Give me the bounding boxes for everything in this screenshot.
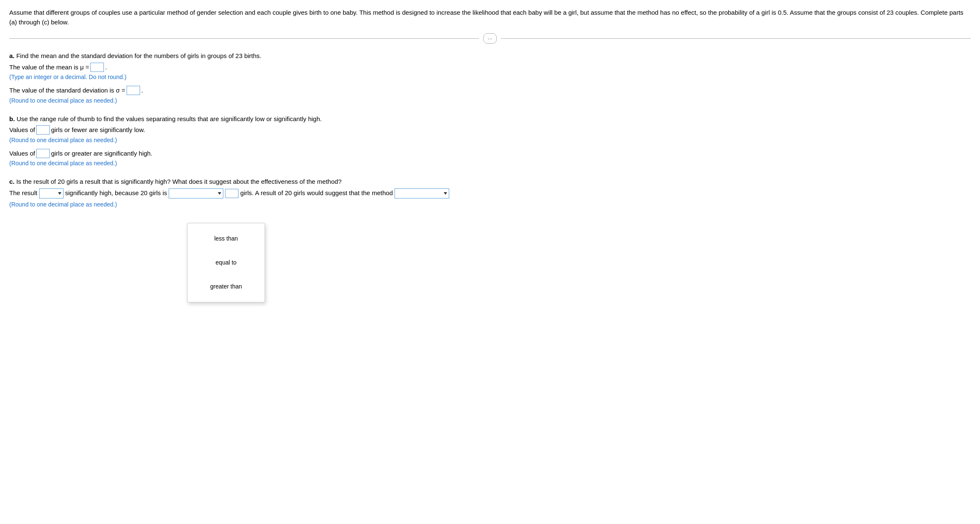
comparison-value-input[interactable] <box>225 189 238 198</box>
part-c-label: c. <box>9 178 15 185</box>
divider-dots: ··· <box>483 33 497 44</box>
section-a: a. Find the mean and the standard deviat… <box>9 51 971 105</box>
low-hint: (Round to one decimal place as needed.) <box>9 136 971 145</box>
divider-line-left <box>9 38 479 39</box>
mean-input[interactable] <box>90 63 104 72</box>
part-b-question-text: Use the range rule of thumb to find the … <box>17 115 322 122</box>
method-select[interactable]: is effective is not effective <box>395 188 449 198</box>
part-a-question-text: Find the mean and the standard deviation… <box>16 52 262 59</box>
girls-suffix: girls. A result of 20 girls would sugges… <box>240 188 393 198</box>
low-input[interactable] <box>36 125 50 135</box>
high-suffix: girls or greater are significantly high. <box>51 149 152 159</box>
sd-input[interactable] <box>127 86 140 95</box>
part-a-question: a. Find the mean and the standard deviat… <box>9 51 971 61</box>
result-select[interactable]: is is not <box>39 188 64 198</box>
significantly-high-middle: significantly high, because 20 girls is <box>65 188 167 198</box>
sd-line-text: The value of the standard deviation is σ… <box>9 86 125 95</box>
high-hint: (Round to one decimal place as needed.) <box>9 159 971 168</box>
low-prefix: Values of <box>9 125 35 135</box>
part-c-question-text: Is the result of 20 girls a result that … <box>16 178 342 185</box>
part-a-label: a. <box>9 52 15 59</box>
sd-period: . <box>141 86 143 95</box>
high-answer-line: Values of girls or greater are significa… <box>9 149 971 159</box>
part-c-answer-line: The result is is not significantly high,… <box>9 188 971 198</box>
low-suffix: girls or fewer are significantly low. <box>51 125 145 135</box>
part-c-question: c. Is the result of 20 girls a result th… <box>9 177 971 187</box>
divider: ··· <box>9 33 971 44</box>
mean-answer-line: The value of the mean is μ = . <box>9 63 971 72</box>
low-answer-line: Values of girls or fewer are significant… <box>9 125 971 135</box>
divider-line-right <box>501 38 971 39</box>
intro-text: Assume that different groups of couples … <box>9 8 971 27</box>
high-input[interactable] <box>36 149 50 158</box>
part-c-hint: (Round to one decimal place as needed.) <box>9 200 971 209</box>
high-prefix: Values of <box>9 149 35 159</box>
comparison-dropdown-overlay: less than equal to greater than <box>187 223 265 226</box>
section-b: b. Use the range rule of thumb to find t… <box>9 114 971 168</box>
sd-answer-line: The value of the standard deviation is σ… <box>9 86 971 95</box>
section-c: c. Is the result of 20 girls a result th… <box>9 177 971 209</box>
sd-hint: (Round to one decimal place as needed.) <box>9 96 971 105</box>
mean-period: . <box>105 63 107 72</box>
part-b-label: b. <box>9 115 15 122</box>
mean-line-text: The value of the mean is μ = <box>9 63 89 72</box>
result-prefix: The result <box>9 188 37 198</box>
part-b-question: b. Use the range rule of thumb to find t… <box>9 114 971 124</box>
comparison-select[interactable]: less than equal to greater than <box>169 188 223 198</box>
mean-hint: (Type an integer or a decimal. Do not ro… <box>9 73 971 82</box>
